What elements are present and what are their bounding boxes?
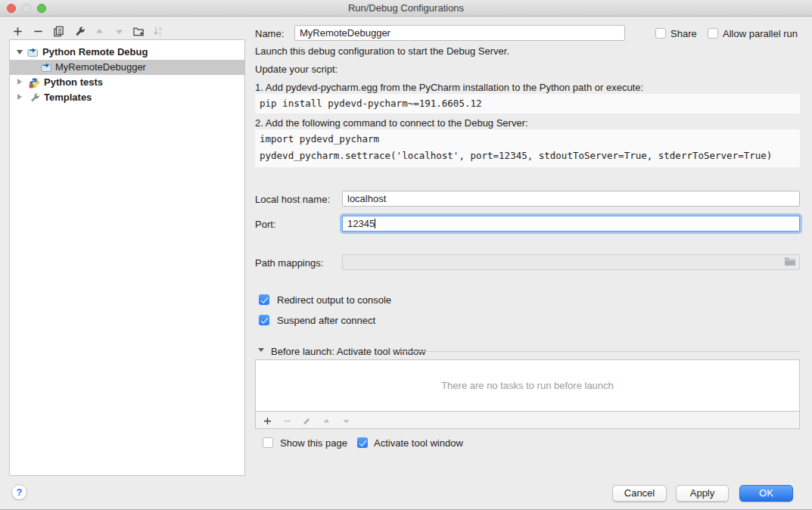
empty-task-message: There are no tasks to run before launch [256, 360, 799, 411]
port-input[interactable]: 12345 [342, 216, 800, 232]
move-down-icon [114, 26, 125, 37]
tree-item-label: Templates [44, 92, 92, 103]
instruction-step1: 1. Add pydevd-pycharm.egg from the PyCha… [255, 82, 643, 93]
before-launch-collapse-icon[interactable] [258, 348, 264, 352]
browse-folder-icon[interactable] [784, 257, 796, 269]
tree-item-python-remote-debug[interactable]: Python Remote Debug [10, 45, 244, 60]
allow-parallel-run-label: Allow parallel run [723, 28, 798, 39]
code-import-line: import pydevd_pycharm [260, 133, 379, 145]
ok-button[interactable]: OK [739, 485, 793, 502]
sort-icon: az [152, 25, 164, 37]
cancel-button[interactable]: Cancel [612, 485, 667, 502]
tree-item-myremotedebugger[interactable]: MyRemoteDebugger [10, 60, 244, 75]
add-configuration-button[interactable] [9, 23, 26, 39]
wrench-icon [30, 92, 40, 105]
chevron-right-icon[interactable] [17, 94, 22, 100]
tree-item-label: MyRemoteDebugger [55, 61, 146, 73]
new-folder-button[interactable] [130, 23, 147, 39]
wrench-icon [74, 26, 86, 37]
remove-task-button [278, 412, 295, 429]
help-button[interactable]: ? [11, 484, 27, 500]
tree-item-label: Python tests [44, 76, 103, 88]
add-icon [263, 416, 272, 426]
run-debug-configurations-dialog: Run/Debug Configurations az Python Remot… [0, 0, 812, 510]
code-settrace-line: pydevd_pycharm.settrace('localhost', por… [260, 150, 772, 161]
remove-icon [282, 416, 292, 426]
task-list-toolbar [256, 411, 799, 428]
new-folder-icon [132, 26, 145, 37]
chevron-right-icon[interactable] [17, 79, 22, 85]
tree-item-label: Python Remote Debug [42, 46, 148, 58]
edit-task-button [298, 412, 315, 429]
instruction-step2: 2. Add the following command to connect … [255, 117, 528, 129]
sort-configurations-button: az [150, 23, 166, 39]
remove-configuration-button[interactable] [30, 23, 46, 39]
apply-button[interactable]: Apply [676, 485, 729, 502]
settrace-code: import pydevd_pycharm pydevd_pycharm.set… [255, 129, 800, 167]
tree-item-templates[interactable]: Templates [10, 90, 244, 105]
edit-defaults-button[interactable] [71, 23, 88, 39]
edit-icon [302, 416, 312, 426]
configurations-tree: Python Remote Debug MyRemoteDebugger Pyt… [9, 39, 245, 476]
name-label: Name: [255, 28, 284, 39]
redirect-output-label: Redirect output to console [277, 294, 391, 306]
move-task-up-button [318, 412, 334, 429]
python-tests-icon [29, 77, 40, 91]
allow-parallel-run-checkbox[interactable] [708, 28, 718, 39]
move-up-icon [94, 26, 105, 37]
local-host-label: Local host name: [255, 194, 330, 205]
move-up-button [91, 23, 107, 39]
remote-debug-icon [27, 47, 39, 60]
instruction-update: Update your script: [255, 64, 338, 75]
title-bar: Run/Debug Configurations [0, 0, 812, 17]
remote-debug-icon [41, 62, 52, 75]
instruction-intro: Launch this debug configuration to start… [255, 45, 509, 57]
show-this-page-checkbox[interactable] [263, 437, 273, 448]
move-down-icon [341, 416, 351, 426]
local-host-input[interactable] [342, 191, 800, 207]
svg-text:a: a [159, 26, 162, 31]
share-label: Share [670, 28, 697, 39]
suspend-after-connect-checkbox[interactable] [259, 315, 269, 325]
add-task-button[interactable] [259, 412, 275, 429]
path-mappings-input[interactable] [342, 254, 800, 270]
copy-configuration-button[interactable] [50, 23, 67, 39]
move-down-button [110, 23, 127, 39]
copy-icon [53, 26, 64, 37]
window-title: Run/Debug Configurations [0, 0, 812, 17]
move-task-down-button [338, 412, 354, 429]
suspend-after-connect-label: Suspend after connect [277, 315, 375, 326]
tree-item-python-tests[interactable]: Python tests [10, 75, 244, 90]
chevron-down-icon[interactable] [17, 50, 23, 54]
port-label: Port: [255, 219, 275, 230]
show-this-page-label: Show this page [280, 437, 347, 449]
activate-tool-window-label: Activate tool window [374, 437, 463, 449]
text-cursor [375, 219, 375, 229]
before-launch-task-list: There are no tasks to run before launch [255, 359, 800, 429]
port-value: 12345 [347, 218, 375, 229]
activate-tool-window-checkbox[interactable] [357, 437, 368, 448]
move-up-icon [322, 416, 331, 426]
redirect-output-checkbox[interactable] [259, 294, 269, 305]
remove-icon [33, 26, 44, 37]
pip-install-code: pip install pydevd-pycharm~=191.6605.12 [255, 94, 800, 114]
svg-text:z: z [159, 31, 161, 36]
name-input[interactable] [294, 25, 625, 41]
share-checkbox[interactable] [655, 28, 666, 39]
add-icon [12, 26, 23, 37]
section-divider [397, 351, 800, 352]
path-mappings-label: Path mappings: [255, 257, 323, 269]
